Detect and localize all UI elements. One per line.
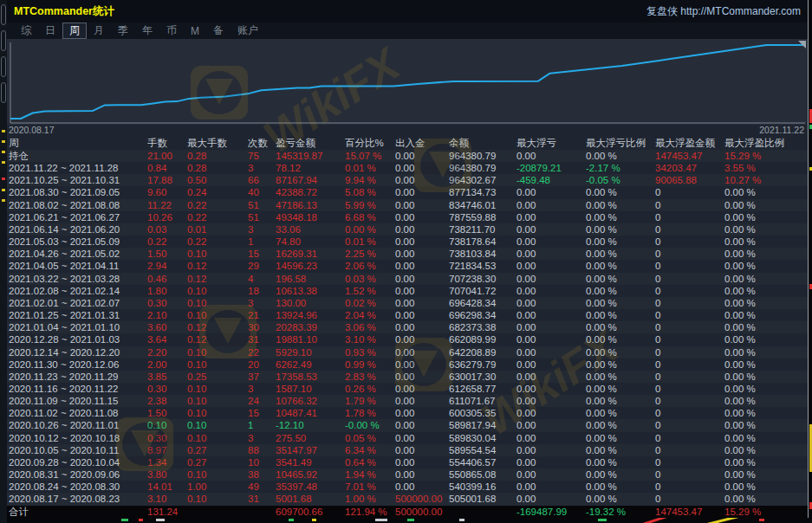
cell: 0 — [655, 371, 724, 383]
cell: 0.00 % — [724, 223, 808, 236]
cell: 0.22 — [187, 211, 248, 223]
table-row[interactable]: 2020.11.02 ~ 2020.11.081.500.101510487.4… — [7, 407, 808, 419]
cell: 20283.39 — [276, 321, 345, 333]
cell: 696428.34 — [449, 297, 516, 309]
candle-sliver-mark — [139, 519, 143, 521]
menu-item-6[interactable]: 年 — [135, 23, 159, 39]
cell: 0.00 — [516, 211, 586, 223]
table-row[interactable]: 2021.03.22 ~ 2021.03.280.460.124196.580.… — [7, 273, 808, 285]
scroll-grip-icon[interactable] — [798, 41, 806, 48]
cell: 0.00 — [395, 444, 449, 456]
table-row[interactable]: 2021.06.21 ~ 2021.06.2710.260.225149348.… — [7, 211, 808, 223]
candle-sliver-mark — [312, 519, 316, 521]
menu-item-7[interactable]: 币 — [159, 23, 184, 39]
cell: 0 — [655, 297, 724, 309]
table-row[interactable]: 2020.09.28 ~ 2020.10.041.340.27103541.49… — [7, 456, 808, 468]
cell: 0.00 — [395, 407, 449, 419]
cell: 0.00 % — [586, 468, 655, 481]
brand-link[interactable]: 复盘侠 http://MTCommander.com — [646, 4, 801, 19]
cell: 0.00 — [395, 432, 449, 444]
menu-item-5[interactable]: 季 — [111, 23, 135, 39]
cell: 0.00 % — [724, 236, 808, 248]
table-row[interactable]: 2021.08.30 ~ 2021.09.059.600.244042388.7… — [7, 186, 808, 198]
price-scale-mark — [2, 140, 5, 143]
menu-item-1[interactable]: 综 — [14, 23, 38, 39]
cell: 0.00 — [516, 346, 586, 358]
cell: 707041.72 — [449, 285, 516, 297]
table-row[interactable]: 2021.11.22 ~ 2021.11.280.840.28378.120.0… — [7, 162, 808, 174]
row-open-position[interactable]: 持仓21.000.2875145319.8715.07 %0.00964380.… — [7, 150, 808, 162]
cell: 787559.88 — [449, 211, 516, 223]
cell: -459.48 — [516, 174, 586, 186]
table-row[interactable]: 2021.01.25 ~ 2021.01.312.100.102113924.9… — [7, 309, 808, 321]
table-row[interactable]: 2020.08.24 ~ 2020.08.3014.011.004935397.… — [7, 481, 808, 493]
total-cell: 15.29 % — [724, 506, 808, 518]
table-row[interactable]: 2021.08.02 ~ 2021.08.0811.220.225147186.… — [7, 199, 808, 211]
table-row[interactable]: 2020.10.12 ~ 2020.10.180.300.103275.500.… — [7, 432, 808, 444]
table-row[interactable]: 2020.12.14 ~ 2020.12.202.200.10225929.10… — [7, 346, 808, 358]
cell: 21 — [248, 309, 276, 321]
cell: 0.00 — [516, 358, 586, 371]
cell: 15 — [248, 407, 276, 419]
cell: 0.00 — [516, 248, 586, 260]
cell: 0.12 — [187, 321, 248, 333]
cell: 2020.11.02 ~ 2020.11.08 — [7, 407, 147, 419]
table-row[interactable]: 2020.10.26 ~ 2020.11.010.100.101-12.10-0… — [7, 419, 808, 431]
table-row[interactable]: 2020.08.17 ~ 2020.08.233.100.10315001.68… — [7, 493, 808, 505]
cell: 35397.48 — [276, 481, 345, 493]
cell: 0.27 — [187, 456, 248, 468]
cell: 0.00 % — [724, 211, 808, 223]
table-row[interactable]: 2020.11.09 ~ 2020.11.152.380.102410766.3… — [7, 395, 808, 407]
cell: 5.08 % — [345, 186, 395, 198]
cell: 0 — [655, 395, 724, 407]
cell: 0.12 — [187, 260, 248, 272]
table-row[interactable]: 2021.02.01 ~ 2021.02.070.300.103130.000.… — [7, 297, 808, 309]
cell: 2021.05.03 ~ 2021.05.09 — [7, 236, 147, 248]
cell: -12.10 — [276, 419, 345, 431]
table-row[interactable]: 2021.05.03 ~ 2021.05.090.220.22174.800.0… — [7, 236, 808, 248]
menu-item-3[interactable]: 周 — [62, 23, 87, 39]
cell: 0.00 — [516, 297, 586, 309]
cell: 33.06 — [276, 223, 345, 236]
cell: 2020.08.24 ~ 2020.08.30 — [7, 481, 147, 493]
table-row[interactable]: 2020.11.30 ~ 2020.12.062.000.10206262.49… — [7, 358, 808, 371]
cell: 0.00 — [516, 383, 586, 395]
stats-window: MTCommander统计 复盘侠 http://MTCommander.com… — [7, 0, 809, 518]
table-row[interactable]: 2020.12.28 ~ 2021.01.033.640.123119881.1… — [7, 333, 808, 345]
cell: 47186.13 — [276, 199, 345, 211]
cell: 0.22 — [187, 199, 248, 211]
table-row[interactable]: 2020.10.05 ~ 2020.10.118.970.278835147.9… — [7, 444, 808, 456]
cell: 0.12 — [187, 273, 248, 285]
cell: 90065.88 — [655, 174, 724, 186]
cell: -0.00 % — [345, 419, 395, 431]
cell: 15.29 % — [724, 150, 808, 162]
cell: 0.50 — [187, 174, 248, 186]
table-row[interactable]: 2020.11.23 ~ 2020.11.293.850.253717358.5… — [7, 371, 808, 383]
cell: 2020.10.26 ~ 2020.11.01 — [7, 419, 147, 431]
cell: 0.00 % — [586, 260, 655, 272]
cell: 51 — [248, 211, 276, 223]
table-row[interactable]: 2021.02.08 ~ 2021.02.141.800.101810613.3… — [7, 285, 808, 297]
menu-item-2[interactable]: 日 — [38, 23, 62, 39]
table-row[interactable]: 2021.04.26 ~ 2021.05.021.500.101516269.3… — [7, 248, 808, 260]
menu-item-4[interactable]: 月 — [87, 23, 111, 39]
cell: 1.94 % — [345, 468, 395, 481]
cell: 0.00 — [395, 358, 449, 371]
menu-item-9[interactable]: 备 — [206, 23, 231, 39]
table-row[interactable]: 2021.04.05 ~ 2021.04.112.940.122914596.2… — [7, 260, 808, 272]
table-row[interactable]: 2020.11.16 ~ 2020.11.220.300.1031587.100… — [7, 383, 808, 395]
table-row[interactable]: 2020.08.31 ~ 2020.09.063.800.103810465.9… — [7, 468, 808, 481]
table-row[interactable]: 2021.01.04 ~ 2021.01.103.600.123020283.3… — [7, 321, 808, 333]
col-header-5: 盈亏金额 — [276, 137, 345, 150]
cell: 0.00 % — [724, 186, 808, 198]
menu-item-8[interactable]: M — [184, 24, 206, 38]
menu-item-10[interactable]: 账户 — [231, 23, 265, 39]
cell: 738178.64 — [449, 236, 516, 248]
table-row[interactable]: 2021.06.14 ~ 2021.06.200.030.01333.060.0… — [7, 223, 808, 236]
cell: 10487.41 — [276, 407, 345, 419]
cell: 0.00 % — [724, 260, 808, 272]
cell: 78.12 — [276, 162, 345, 174]
table-row[interactable]: 2021.10.25 ~ 2021.10.3117.880.506687167.… — [7, 174, 808, 186]
cell: 6.68 % — [345, 211, 395, 223]
cell: 0.00 — [516, 150, 586, 162]
